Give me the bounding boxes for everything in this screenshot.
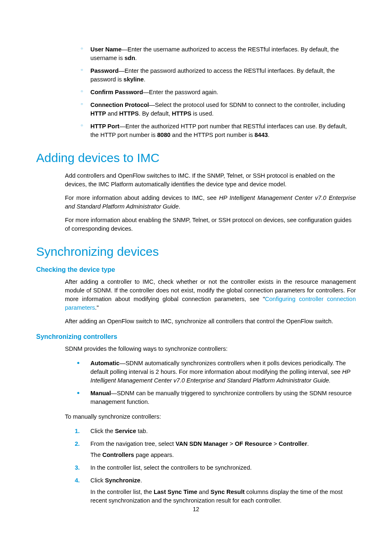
text-run: Click: [90, 477, 105, 484]
list-item: Confirm Password—Enter the password agai…: [81, 88, 356, 97]
item-bold: HTTPS: [172, 110, 191, 117]
item-label: Password: [90, 67, 119, 74]
text-bold: Last Sync Time: [154, 489, 197, 495]
paragraph: After adding an OpenFlow switch to IMC, …: [65, 317, 356, 326]
item-label: HTTP Port: [90, 123, 120, 130]
text-bold: Service: [115, 428, 136, 434]
item-bold: skyline: [124, 76, 144, 83]
text-bold: Sync Result: [210, 489, 244, 495]
section-heading-synchronizing-devices: Synchronizing devices: [36, 245, 356, 259]
text-run: .: [307, 440, 309, 447]
text-run: .: [179, 203, 180, 210]
list-item: Password—Enter the password authorized t…: [81, 67, 356, 84]
list-item: HTTP Port—Enter the authorized HTTP port…: [81, 122, 356, 139]
text-run: In the controller list, the: [90, 489, 154, 495]
item-text: .: [144, 76, 145, 83]
text-bold: Controllers: [102, 452, 134, 458]
text-run: >: [272, 440, 279, 447]
item-label: User Name: [90, 46, 122, 53]
text-run: From the navigation tree, select: [90, 440, 175, 447]
step-extra: The Controllers page appears.: [90, 451, 356, 459]
item-text: . By default,: [139, 110, 172, 117]
step-extra: In the controller list, the Last Sync Ti…: [90, 488, 356, 505]
text-run: and: [197, 489, 210, 495]
subsection-heading-synchronizing-controllers: Synchronizing controllers: [36, 333, 356, 341]
paragraph: For more information about enabling the …: [65, 216, 356, 233]
item-bold: HTTP: [90, 110, 106, 117]
list-item: Manual—SDNM can be manually triggered to…: [75, 389, 356, 406]
text-bold: Synchronize: [105, 477, 140, 484]
item-text: .: [268, 132, 270, 138]
list-item: Automatic—SDNM automatically synchronize…: [75, 359, 356, 385]
paragraph: After adding a controller to IMC, check …: [65, 278, 356, 312]
text-bold: Controller: [279, 440, 307, 447]
item-bold: 8443: [255, 132, 268, 138]
text-run: page appears.: [134, 452, 174, 458]
text-bold: OF Resource: [235, 440, 272, 447]
text-run: In the controller list, select the contr…: [90, 464, 252, 471]
item-bold: HTTPS: [119, 110, 139, 117]
paragraph: For more information about adding device…: [65, 194, 356, 211]
item-text: .: [135, 55, 137, 61]
item-text: and the HTTPS port number is: [171, 132, 255, 138]
item-text: —SDNM can be manually triggered to synch…: [90, 390, 352, 405]
text-run: tab.: [136, 428, 148, 434]
document-page: User Name—Enter the username authorized …: [0, 0, 392, 533]
subsection-heading-checking-device-type: Checking the device type: [36, 266, 356, 273]
list-item: From the navigation tree, select VAN SDN…: [75, 440, 356, 459]
paragraph: SDNM provides the following ways to sync…: [65, 345, 356, 353]
list-item: Click Synchronize. In the controller lis…: [75, 476, 356, 505]
text-run: Click the: [90, 428, 115, 434]
list-item: User Name—Enter the username authorized …: [81, 45, 356, 63]
item-text: —SDNM automatically synchronizes control…: [90, 360, 346, 375]
section-heading-adding-devices: Adding devices to IMC: [36, 151, 356, 165]
item-label: Confirm Password: [90, 89, 143, 95]
manual-steps-list: Click the Service tab. From the navigati…: [75, 427, 356, 505]
list-item: Connection Protocol—Select the protocol …: [81, 101, 356, 118]
text-run: .: [141, 477, 142, 484]
text-run: For more information about adding device…: [65, 195, 219, 201]
list-item: Click the Service tab.: [75, 427, 356, 436]
paragraph: To manually synchronize controllers:: [65, 412, 356, 421]
item-text: is used.: [191, 110, 214, 117]
item-label: Automatic: [90, 360, 120, 366]
item-label: Manual: [90, 390, 111, 396]
text-run: .": [95, 304, 99, 311]
text-bold: VAN SDN Manager: [175, 440, 228, 447]
item-text: —Select the protocol used for SDNM to co…: [149, 102, 345, 108]
text-run: The: [90, 452, 102, 458]
page-number: 12: [0, 506, 392, 512]
item-text: —Enter the password again.: [143, 89, 218, 95]
text-run: >: [228, 440, 235, 447]
paragraph: Add controllers and OpenFlow switches to…: [65, 171, 356, 189]
sync-ways-list: Automatic—SDNM automatically synchronize…: [75, 359, 356, 406]
item-bold: 8080: [157, 132, 171, 138]
item-text: and: [106, 110, 119, 117]
config-item-list: User Name—Enter the username authorized …: [81, 45, 356, 139]
list-item: In the controller list, select the contr…: [75, 463, 356, 472]
item-label: Connection Protocol: [90, 102, 149, 108]
item-bold: sdn: [125, 55, 135, 61]
